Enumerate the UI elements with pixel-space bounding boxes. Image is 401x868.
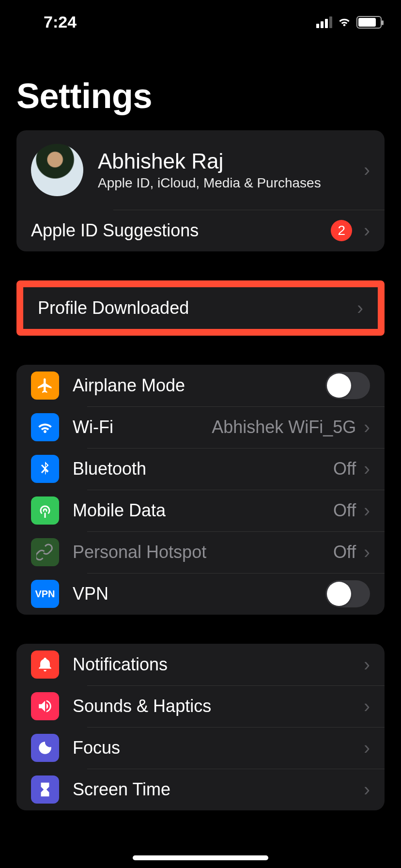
- page-title: Settings: [16, 76, 385, 116]
- antenna-icon: [31, 496, 59, 525]
- mobile-data-label: Mobile Data: [73, 500, 333, 521]
- vpn-icon: VPN: [31, 580, 59, 608]
- airplane-label: Airplane Mode: [73, 375, 325, 396]
- cellular-signal-icon: [316, 16, 332, 28]
- profile-downloaded-row[interactable]: Profile Downloaded ›: [23, 287, 378, 329]
- hotspot-value: Off: [333, 542, 356, 562]
- bluetooth-row[interactable]: Bluetooth Off ›: [16, 448, 385, 490]
- chevron-right-icon: ›: [364, 738, 370, 759]
- status-time: 7:24: [44, 13, 77, 31]
- chevron-right-icon: ›: [364, 500, 370, 521]
- status-right: [316, 16, 382, 29]
- vpn-row[interactable]: VPN VPN: [16, 573, 385, 615]
- notifications-label: Notifications: [73, 654, 358, 675]
- home-indicator[interactable]: [133, 855, 268, 860]
- wifi-row[interactable]: Wi-Fi Abhishek WiFi_5G ›: [16, 406, 385, 448]
- sounds-label: Sounds & Haptics: [73, 696, 358, 716]
- personal-hotspot-row[interactable]: Personal Hotspot Off ›: [16, 531, 385, 573]
- airplane-icon: [31, 372, 59, 400]
- chevron-right-icon: ›: [364, 542, 370, 563]
- wifi-value: Abhishek WiFi_5G: [212, 417, 356, 437]
- chevron-right-icon: ›: [364, 220, 370, 241]
- airplane-toggle[interactable]: [325, 372, 370, 399]
- suggestions-badge: 2: [331, 220, 352, 241]
- profile-subtitle: Apple ID, iCloud, Media & Purchases: [98, 175, 358, 191]
- wifi-icon: [31, 413, 59, 441]
- profile-name: Abhishek Raj: [98, 149, 358, 173]
- hourglass-icon: [31, 775, 59, 804]
- mobile-data-row[interactable]: Mobile Data Off ›: [16, 490, 385, 531]
- general-group: Notifications › Sounds & Haptics › Focus…: [16, 644, 385, 810]
- vpn-label: VPN: [73, 584, 325, 604]
- bell-icon: [31, 651, 59, 679]
- apple-id-suggestions-row[interactable]: Apple ID Suggestions 2 ›: [16, 210, 385, 251]
- airplane-mode-row[interactable]: Airplane Mode: [16, 365, 385, 406]
- moon-icon: [31, 734, 59, 762]
- bluetooth-icon: [31, 455, 59, 483]
- screen-time-label: Screen Time: [73, 779, 358, 800]
- battery-icon: [356, 16, 382, 29]
- speaker-icon: [31, 692, 59, 720]
- status-bar: 7:24: [0, 0, 401, 36]
- avatar: [31, 144, 83, 196]
- link-icon: [31, 538, 59, 566]
- profile-downloaded-highlight: Profile Downloaded ›: [16, 280, 385, 336]
- chevron-right-icon: ›: [364, 459, 370, 480]
- notifications-row[interactable]: Notifications ›: [16, 644, 385, 685]
- wifi-label: Wi-Fi: [73, 417, 212, 437]
- chevron-right-icon: ›: [364, 654, 370, 675]
- chevron-right-icon: ›: [357, 298, 363, 319]
- hotspot-label: Personal Hotspot: [73, 542, 333, 562]
- chevron-right-icon: ›: [364, 160, 370, 181]
- chevron-right-icon: ›: [364, 779, 370, 800]
- bluetooth-value: Off: [333, 459, 356, 479]
- mobile-data-value: Off: [333, 500, 356, 521]
- chevron-right-icon: ›: [364, 417, 370, 438]
- suggestions-label: Apple ID Suggestions: [31, 220, 331, 241]
- focus-label: Focus: [73, 738, 358, 758]
- chevron-right-icon: ›: [364, 696, 370, 717]
- screen-time-row[interactable]: Screen Time ›: [16, 769, 385, 810]
- apple-id-group: Abhishek Raj Apple ID, iCloud, Media & P…: [16, 130, 385, 251]
- sounds-row[interactable]: Sounds & Haptics ›: [16, 685, 385, 727]
- connectivity-group: Airplane Mode Wi-Fi Abhishek WiFi_5G › B…: [16, 365, 385, 615]
- wifi-icon: [337, 16, 352, 28]
- bluetooth-label: Bluetooth: [73, 459, 333, 479]
- vpn-toggle[interactable]: [325, 580, 370, 607]
- apple-id-row[interactable]: Abhishek Raj Apple ID, iCloud, Media & P…: [16, 130, 385, 210]
- profile-downloaded-label: Profile Downloaded: [38, 298, 351, 318]
- focus-row[interactable]: Focus ›: [16, 727, 385, 769]
